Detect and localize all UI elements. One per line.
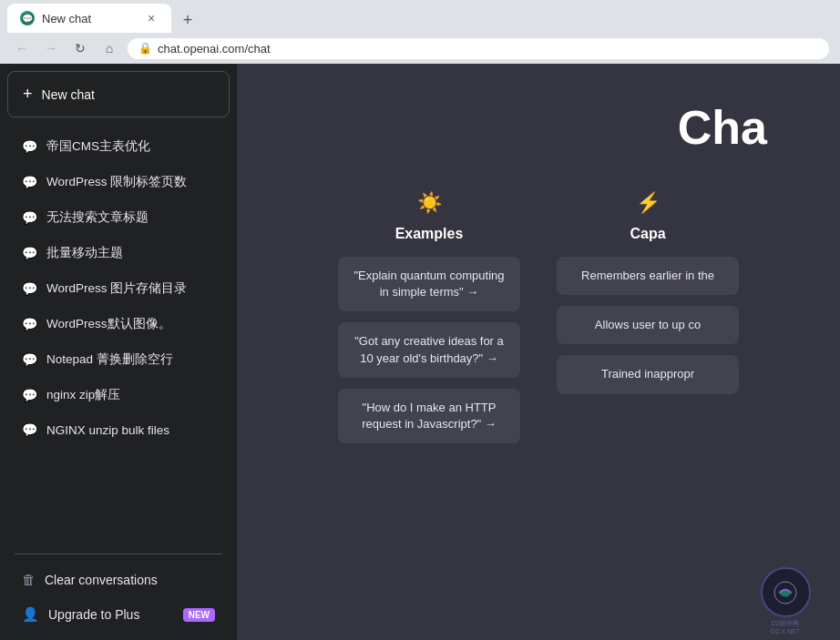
sections-row: ☀️ Examples "Explain quantum computing i… (255, 191, 822, 443)
chat-icon: 💬 (22, 388, 37, 402)
upgrade-label: Upgrade to Plus (48, 607, 139, 622)
list-item[interactable]: 💬 NGINX unzip bulk files (7, 413, 230, 446)
chat-icon: 💬 (22, 281, 37, 296)
forward-button[interactable]: → (40, 37, 62, 59)
tab-close-button[interactable]: × (144, 11, 159, 25)
chat-icon: 💬 (22, 422, 37, 437)
example-card-3[interactable]: "How do I make an HTTP request in Javasc… (338, 389, 520, 443)
chat-icon: 💬 (22, 317, 37, 331)
capabilities-title: Capa (630, 226, 665, 242)
capability-card-1[interactable]: Remembers earlier in the (557, 257, 739, 295)
active-tab[interactable]: 💬 New chat × (7, 4, 171, 33)
main-layout: + New chat 💬 帝国CMS主表优化 💬 WordPress 限制标签页… (0, 64, 840, 640)
list-item[interactable]: 💬 WordPress 限制标签页数 (7, 165, 230, 199)
home-button[interactable]: ⌂ (98, 37, 120, 59)
content-title: Cha (678, 100, 767, 155)
capabilities-section: ⚡ Capa Remembers earlier in the Allows u… (557, 191, 739, 443)
sidebar-divider (15, 554, 222, 554)
conv-label: 批量移动主题 (46, 245, 123, 261)
new-chat-label: New chat (42, 87, 95, 102)
address-bar: ← → ↻ ⌂ 🔒 chat.openai.com/chat (0, 33, 840, 64)
chat-icon: 💬 (22, 210, 37, 225)
clear-label: Clear conversations (45, 573, 158, 587)
capability-card-2[interactable]: Allows user to up co (557, 306, 739, 344)
conv-label: 帝国CMS主表优化 (46, 138, 150, 155)
chat-icon: 💬 (22, 352, 37, 367)
content-area: Cha ☀️ Examples "Explain quantum computi… (237, 64, 840, 640)
list-item[interactable]: 💬 nginx zip解压 (7, 378, 230, 412)
chat-icon: 💬 (22, 246, 37, 260)
tab-bar: 💬 New chat × + (0, 0, 840, 33)
list-item[interactable]: 💬 帝国CMS主表优化 (7, 129, 230, 164)
conv-label: nginx zip解压 (46, 387, 120, 403)
list-item[interactable]: 💬 无法搜索文章标题 (7, 200, 230, 235)
back-button[interactable]: ← (11, 37, 33, 59)
conversation-list: 💬 帝国CMS主表优化 💬 WordPress 限制标签页数 💬 无法搜索文章标… (0, 125, 237, 550)
new-chat-plus-icon: + (23, 85, 33, 104)
conv-label: Notepad 菁换删除空行 (46, 351, 173, 368)
upgrade-badge: NEW (183, 608, 215, 622)
conv-label: 无法搜索文章标题 (46, 209, 149, 226)
clear-conversations-button[interactable]: 🗑 Clear conversations (7, 563, 230, 596)
address-text: chat.openai.com/chat (158, 42, 271, 56)
capability-card-3[interactable]: Trained inappropr (557, 355, 739, 393)
sidebar-bottom: 🗑 Clear conversations 👤 Upgrade to Plus … (0, 558, 237, 640)
watermark: DZ插件网DZ-X.NET (749, 567, 822, 622)
capabilities-icon: ⚡ (636, 191, 661, 215)
conv-label: NGINX unzip bulk files (46, 423, 169, 437)
upgrade-to-plus-button[interactable]: 👤 Upgrade to Plus NEW (7, 597, 230, 632)
example-card-1[interactable]: "Explain quantum computing in simple ter… (338, 257, 520, 311)
new-tab-button[interactable]: + (175, 7, 200, 33)
trash-icon: 🗑 (22, 572, 36, 587)
browser-chrome: 💬 New chat × + ← → ↻ ⌂ 🔒 chat.openai.com… (0, 0, 840, 64)
conv-label: WordPress默认图像。 (46, 316, 171, 332)
user-icon: 👤 (22, 606, 39, 623)
new-chat-button[interactable]: + New chat (7, 71, 230, 117)
conv-label: WordPress 图片存储目录 (46, 280, 187, 297)
chat-icon: 💬 (22, 139, 37, 154)
conv-label: WordPress 限制标签页数 (46, 174, 187, 190)
examples-title: Examples (395, 226, 464, 242)
reload-button[interactable]: ↻ (69, 37, 91, 59)
examples-section: ☀️ Examples "Explain quantum computing i… (338, 191, 520, 443)
list-item[interactable]: 💬 Notepad 菁换删除空行 (7, 342, 230, 377)
example-card-2[interactable]: "Got any creative ideas for a 10 year ol… (338, 322, 520, 377)
list-item[interactable]: 💬 WordPress默认图像。 (7, 307, 230, 341)
lock-icon: 🔒 (138, 42, 152, 55)
list-item[interactable]: 💬 批量移动主题 (7, 236, 230, 270)
address-input[interactable]: 🔒 chat.openai.com/chat (128, 38, 829, 59)
tab-favicon: 💬 (20, 11, 35, 25)
list-item[interactable]: 💬 WordPress 图片存储目录 (7, 271, 230, 306)
chat-icon: 💬 (22, 175, 37, 189)
sidebar: + New chat 💬 帝国CMS主表优化 💬 WordPress 限制标签页… (0, 64, 237, 640)
tab-title: New chat (42, 12, 137, 25)
sun-icon: ☀️ (417, 191, 442, 215)
